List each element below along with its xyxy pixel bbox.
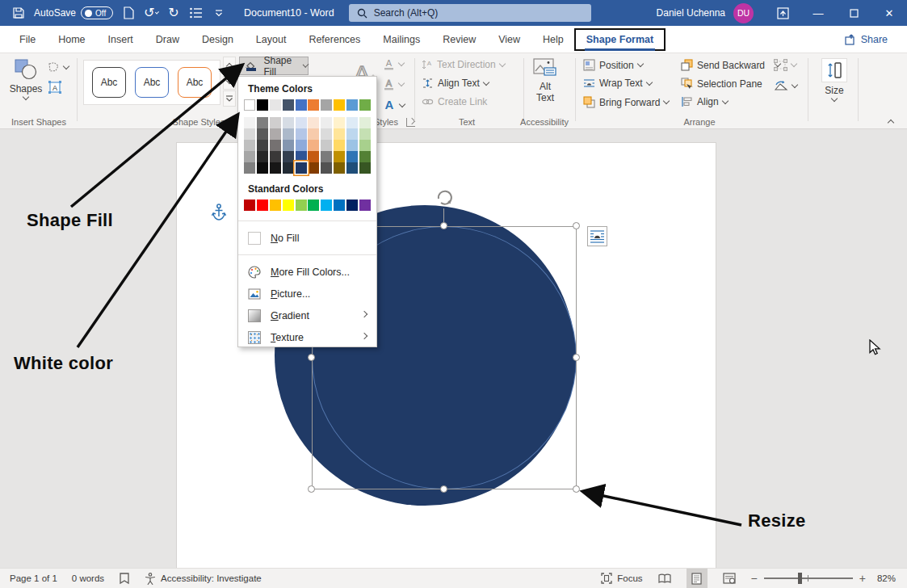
theme-variant-swatch[interactable] xyxy=(346,140,358,151)
theme-variant-swatch[interactable] xyxy=(270,151,281,162)
wrap-text-button[interactable]: Wrap Text xyxy=(583,78,652,89)
theme-variant-swatch[interactable] xyxy=(270,162,281,174)
rotate-objects-button[interactable] xyxy=(774,80,797,91)
tab-shape-format[interactable]: Shape Format xyxy=(575,29,665,50)
zoom-out-icon[interactable]: − xyxy=(751,572,758,585)
layout-options-button[interactable] xyxy=(587,226,607,246)
theme-variant-swatch[interactable] xyxy=(244,117,255,128)
zoom-slider[interactable]: − + xyxy=(751,572,866,585)
search-input[interactable]: Search (Alt+Q) xyxy=(349,4,591,22)
group-objects-button[interactable] xyxy=(774,59,796,71)
theme-variant-swatch[interactable] xyxy=(270,128,281,140)
autosave-toggle[interactable]: Off xyxy=(81,6,113,19)
standard-color-swatch[interactable] xyxy=(244,200,255,211)
theme-variant-swatch[interactable] xyxy=(346,117,358,128)
theme-variant-swatch[interactable] xyxy=(257,151,268,162)
tab-review[interactable]: Review xyxy=(431,29,487,50)
shape-style-preset[interactable]: Abc xyxy=(178,67,212,98)
theme-variant-swatch[interactable] xyxy=(257,162,268,174)
theme-variant-swatch[interactable] xyxy=(321,117,332,128)
standard-color-swatch[interactable] xyxy=(296,200,307,211)
tab-help[interactable]: Help xyxy=(531,29,575,50)
menu-item-no-fill[interactable]: No Fill xyxy=(238,227,376,249)
tab-layout[interactable]: Layout xyxy=(245,29,298,50)
theme-color-swatch[interactable] xyxy=(359,99,371,111)
maximize-button[interactable] xyxy=(836,0,871,26)
proofing-icon[interactable] xyxy=(119,573,130,585)
theme-variant-swatch[interactable] xyxy=(334,151,345,162)
save-icon[interactable] xyxy=(11,6,26,20)
gallery-more-button[interactable] xyxy=(223,90,236,107)
page-indicator[interactable]: Page 1 of 1 xyxy=(10,573,57,583)
read-mode-button[interactable] xyxy=(654,569,675,588)
accessibility-status[interactable]: Accessibility: Investigate xyxy=(145,573,262,585)
ribbon-display-options-icon[interactable] xyxy=(765,0,800,26)
theme-variant-swatch[interactable] xyxy=(334,162,345,174)
theme-variant-swatch[interactable] xyxy=(308,151,319,162)
position-button[interactable]: Position xyxy=(583,59,643,71)
tab-home[interactable]: Home xyxy=(47,29,96,50)
theme-variant-swatch[interactable] xyxy=(334,128,345,140)
bring-forward-button[interactable]: Bring Forward xyxy=(583,96,669,108)
standard-color-swatch[interactable] xyxy=(334,200,345,211)
gallery-scroll-down[interactable] xyxy=(223,74,236,90)
theme-variant-swatch[interactable] xyxy=(359,162,371,174)
theme-variant-swatch[interactable] xyxy=(244,151,255,162)
text-fill-button[interactable]: A xyxy=(383,58,404,70)
send-backward-button[interactable]: Send Backward xyxy=(681,59,780,71)
zoom-slider-thumb[interactable] xyxy=(798,573,802,584)
tab-insert[interactable]: Insert xyxy=(97,29,145,50)
menu-item-picture[interactable]: Picture... xyxy=(238,283,376,304)
close-button[interactable]: ✕ xyxy=(871,0,907,26)
theme-variant-swatch[interactable] xyxy=(334,140,345,151)
theme-color-swatch[interactable] xyxy=(321,99,332,111)
document-canvas[interactable] xyxy=(0,129,907,568)
theme-variant-swatch[interactable] xyxy=(346,151,358,162)
alt-text-button[interactable]: Alt Text xyxy=(527,58,564,103)
theme-variant-swatch[interactable] xyxy=(359,151,371,162)
tab-design[interactable]: Design xyxy=(191,29,245,50)
standard-color-swatch[interactable] xyxy=(283,200,294,211)
theme-variant-swatch[interactable] xyxy=(308,140,319,151)
theme-variant-swatch[interactable] xyxy=(359,140,371,151)
text-effects-button[interactable]: A xyxy=(383,99,405,111)
text-direction-button[interactable]: A Text Direction xyxy=(422,59,505,70)
theme-variant-swatch[interactable] xyxy=(346,128,358,140)
tab-file[interactable]: File xyxy=(8,29,47,50)
theme-variant-swatch[interactable] xyxy=(308,128,319,140)
selection-pane-button[interactable]: Selection Pane xyxy=(681,78,762,90)
bullet-list-icon[interactable] xyxy=(189,6,204,20)
shapes-button[interactable]: Shapes xyxy=(8,58,44,99)
theme-variant-swatch[interactable] xyxy=(321,162,332,174)
theme-color-swatch[interactable] xyxy=(257,99,268,111)
word-count[interactable]: 0 words xyxy=(72,573,104,583)
standard-color-swatch[interactable] xyxy=(346,200,358,211)
new-document-icon[interactable] xyxy=(121,6,136,20)
edit-shape-button[interactable] xyxy=(47,61,69,73)
resize-handle-bottom-left[interactable] xyxy=(308,485,315,493)
theme-variant-swatch[interactable] xyxy=(257,117,268,128)
resize-handle-top-middle[interactable] xyxy=(440,222,447,229)
text-outline-button[interactable]: A xyxy=(383,78,404,90)
shape-fill-button[interactable]: Shape Fill xyxy=(239,57,309,75)
collapse-ribbon-button[interactable] xyxy=(888,116,893,128)
user-name[interactable]: Daniel Uchenna xyxy=(657,7,725,19)
qat-overflow-icon[interactable] xyxy=(212,6,226,20)
menu-item-gradient[interactable]: Gradient xyxy=(238,304,376,326)
standard-color-swatch[interactable] xyxy=(270,200,281,211)
theme-variant-swatch[interactable] xyxy=(244,128,255,140)
print-layout-button[interactable] xyxy=(687,569,708,588)
theme-variant-swatch[interactable] xyxy=(296,117,307,128)
standard-color-swatch[interactable] xyxy=(321,200,332,211)
theme-color-swatch[interactable] xyxy=(296,99,307,111)
create-link-button[interactable]: Create Link xyxy=(422,96,487,107)
theme-variant-swatch[interactable] xyxy=(283,128,294,140)
resize-handle-middle-right[interactable] xyxy=(573,354,580,361)
tab-references[interactable]: References xyxy=(297,29,372,50)
theme-variant-swatch[interactable] xyxy=(283,162,294,174)
share-button[interactable]: Share xyxy=(838,31,894,48)
size-button[interactable]: Size xyxy=(818,58,850,101)
focus-button[interactable]: Focus xyxy=(601,573,642,584)
theme-color-swatch[interactable] xyxy=(283,99,294,111)
theme-variant-swatch[interactable] xyxy=(296,140,307,151)
